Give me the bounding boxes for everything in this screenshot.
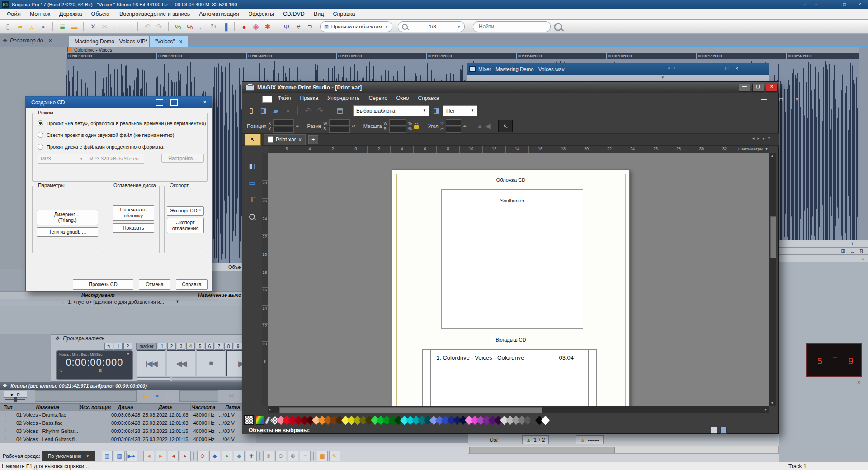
format-settings-button[interactable]: Настройка...	[161, 154, 204, 163]
column-header[interactable]: Исх. позиция	[80, 404, 111, 411]
fill-tool-icon[interactable]: ◧	[245, 160, 259, 173]
tab-voices[interactable]: "Voices" x	[149, 36, 188, 47]
separator[interactable]	[234, 22, 235, 31]
dock-left-icon[interactable]: ▫	[801, 1, 809, 8]
grid-icon[interactable]: #	[293, 22, 304, 32]
restore-right-icon[interactable]	[170, 99, 178, 106]
cut-icon[interactable]: ✕	[88, 22, 99, 32]
paste-icon[interactable]: ▯	[164, 391, 175, 401]
minimize-icon[interactable]: —	[851, 256, 856, 261]
separator[interactable]	[313, 452, 314, 460]
separator[interactable]	[259, 452, 260, 460]
show-toc-button[interactable]: Показать	[113, 223, 154, 233]
player-scrollbar[interactable]	[137, 377, 170, 381]
menu-item[interactable]: Файл	[3, 10, 25, 18]
marker-button[interactable]: 1	[158, 343, 166, 350]
maximize-button[interactable]: □	[725, 66, 728, 71]
document-tab[interactable]: Print.xar x	[264, 134, 306, 145]
chevron-down-icon[interactable]: ▼	[175, 299, 179, 304]
separator[interactable]	[330, 106, 330, 115]
new-project-icon[interactable]: ▯	[3, 22, 14, 32]
workspace-dropdown[interactable]: По умолчанию ▼	[42, 451, 95, 461]
no-color-swatch[interactable]	[244, 415, 254, 425]
radio-burn-on-the-fly[interactable]: Прожиг «на лету», обработка в реальном в…	[38, 120, 206, 126]
document-icon[interactable]	[262, 96, 272, 103]
tuner-icon[interactable]: Ψ	[281, 22, 292, 32]
track-tools-icon[interactable]: ≣	[57, 22, 68, 32]
marker-button[interactable]: 9	[234, 343, 242, 350]
cursor-back-icon[interactable]: ←	[196, 22, 207, 32]
angle-field[interactable]	[446, 119, 461, 126]
fit-view-icon[interactable]: ↔	[850, 249, 855, 254]
flip-vertical-icon[interactable]: ▲	[476, 122, 483, 130]
fit-view-icon[interactable]: ⊞	[841, 248, 845, 254]
menu-item[interactable]: Автоматизация	[195, 10, 243, 18]
stop-button[interactable]: ■	[197, 350, 225, 376]
cd-inlay-box[interactable]: Soulhunter Soulhunter 1. Colordrive - Vo…	[422, 349, 597, 406]
column-header[interactable]: Длина	[111, 404, 140, 411]
menu-item[interactable]: Сервис	[364, 94, 392, 102]
minimize-button[interactable]: —	[713, 66, 718, 71]
preview-play-button[interactable]: ▶ ⊓	[4, 391, 27, 398]
marker-button[interactable]: 3	[177, 343, 185, 350]
marker-button[interactable]: 8	[224, 343, 233, 350]
open-folder-icon[interactable]: ▰	[270, 106, 281, 116]
split-icon[interactable]: ✂	[99, 22, 110, 32]
fade-tool-icon[interactable]: %	[173, 22, 184, 32]
mixer-scrollbar[interactable]	[468, 446, 779, 454]
loop-icon[interactable]: ↻	[208, 22, 219, 32]
dithering-button[interactable]: Дизеринг ...(Triang.)	[37, 210, 98, 225]
scroll-down-icon[interactable]: ▾	[771, 401, 773, 405]
03 Voices - Rhythm Guitar...[interactable]: ⋮ 03 Voices - Rhythm Guitar... 00:03:06:…	[0, 427, 256, 435]
04 Voices - Lead Guitars.fl...[interactable]: ⋮ 04 Voices - Lead Guitars.fl... 00:03:0…	[0, 435, 256, 443]
position-x-field[interactable]	[273, 119, 294, 126]
close-icon[interactable]: ×	[768, 136, 770, 141]
lock-icon[interactable]: ⊓	[17, 392, 20, 397]
clips-search-box[interactable]	[179, 390, 218, 402]
close-button[interactable]: ×	[791, 95, 803, 103]
format-select[interactable]: MP3 ▼	[38, 154, 86, 164]
minimize-button[interactable]: —	[739, 84, 750, 92]
mixer-view-icon[interactable]: ▥	[114, 451, 125, 461]
ruler-units-label[interactable]: Сантиметры	[736, 146, 765, 153]
minimize-button[interactable]: —	[757, 95, 771, 103]
export-ddp-button[interactable]: Экспорт DDP	[167, 206, 204, 216]
document-canvas[interactable]: Обложка CD Soulhunter Вкладыш CD Soulhun…	[268, 153, 769, 406]
chevron-down-icon[interactable]: ▼	[661, 75, 665, 80]
menu-item[interactable]: Эффекты	[244, 10, 278, 18]
dock-right-icon[interactable]: ▫	[812, 1, 820, 8]
01 Voices - Drums.flac[interactable]: ⋮ 01 Voices - Drums.flac 00:03:06:428 25…	[0, 411, 256, 419]
zoom-out-wave-icon[interactable]: ⊖	[275, 451, 286, 461]
settings-icon[interactable]: ✱	[262, 22, 273, 32]
chevron-down-icon[interactable]: ▼	[127, 352, 130, 357]
marker-button[interactable]: 6	[205, 343, 214, 350]
separator[interactable]	[137, 22, 138, 31]
scroll-right-icon[interactable]: ▸	[765, 408, 767, 412]
zoom-auto-icon[interactable]: ⊚	[288, 451, 298, 461]
mixer-bus-selector[interactable]: ▲ 1 + 2	[522, 435, 549, 444]
scroll-left-icon[interactable]: ◂	[269, 408, 270, 412]
template-dropdown[interactable]: Выбор шаблона ▼	[353, 105, 429, 116]
undo-icon[interactable]: ↶	[142, 22, 153, 32]
transport-view-icon[interactable]: ▶●	[126, 451, 137, 461]
tab-mastering-demo[interactable]: Mastering Demo - Voices.VIP*	[69, 36, 153, 47]
setup-view-icon[interactable]: ▥	[102, 451, 113, 461]
text-tool-icon[interactable]: T	[245, 193, 259, 206]
separator[interactable]	[83, 22, 84, 31]
open-project-icon[interactable]: ▰	[14, 22, 25, 32]
menu-item[interactable]: Окно	[392, 94, 414, 102]
crossfade-tool-icon[interactable]: %	[184, 22, 195, 32]
new-document-icon[interactable]: ▯	[246, 106, 257, 116]
save-icon[interactable]: ▪	[283, 106, 293, 116]
undo-icon[interactable]: ↶	[302, 106, 313, 116]
move-handle-icon[interactable]: ✥	[55, 335, 59, 342]
selector-tool-button[interactable]: ↖	[498, 120, 513, 132]
minimize-button[interactable]: —	[823, 1, 835, 8]
new-tab-button[interactable]: +	[308, 135, 318, 144]
marker-button[interactable]: 4	[186, 343, 195, 350]
dialog-title-bar[interactable]: Создание CD ×	[26, 97, 212, 108]
maximize-button[interactable]: □	[838, 1, 851, 8]
scroll-right-icon[interactable]: ▸	[758, 136, 760, 141]
menu-item[interactable]: Правка	[296, 94, 323, 102]
separator[interactable]	[193, 452, 194, 460]
